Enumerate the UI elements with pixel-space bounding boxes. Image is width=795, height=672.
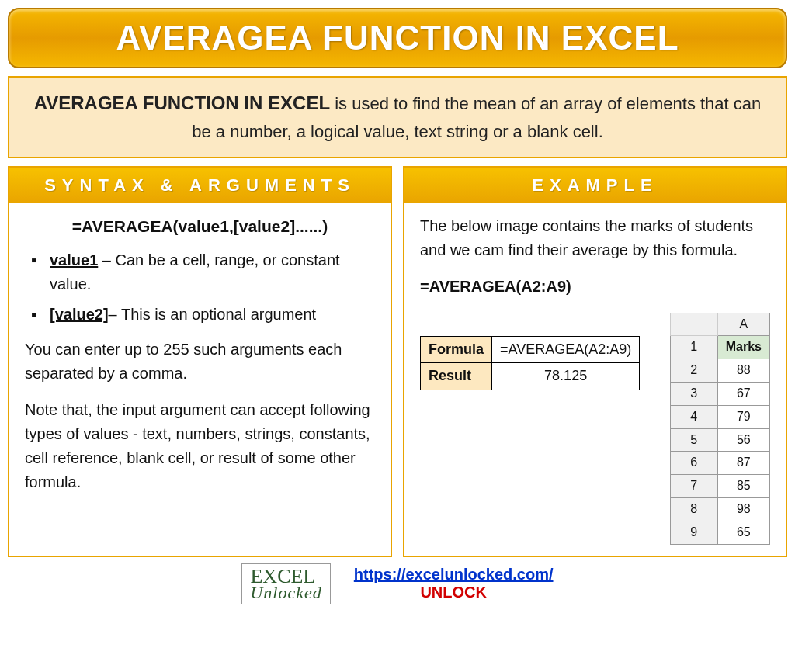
result-value: 78.125 — [492, 363, 640, 390]
syntax-body: =AVERAGEA(value1,[value2]......) value1 … — [9, 203, 391, 556]
example-intro: The below image contains the marks of st… — [420, 214, 770, 262]
footer: EXCEL Unlocked https://excelunlocked.com… — [8, 563, 787, 604]
sheet-col-header: A — [717, 313, 769, 336]
description-box: AVERAGEA FUNCTION IN EXCEL is used to fi… — [8, 76, 787, 158]
sheet-cell: 98 — [717, 497, 769, 521]
logo: EXCEL Unlocked — [241, 563, 330, 604]
arg-name: value1 — [50, 251, 98, 268]
result-label: Result — [421, 363, 492, 390]
sheet-row-num: 5 — [670, 428, 717, 452]
sheet-cell: 87 — [717, 452, 769, 475]
footer-unlock: UNLOCK — [354, 584, 554, 601]
argument-list: value1 – Can be a cell, range, or consta… — [25, 248, 375, 327]
sheet-cell: 65 — [717, 521, 769, 544]
example-header: EXAMPLE — [404, 168, 786, 203]
syntax-note-1: You can enter up to 255 such arguments e… — [25, 338, 375, 386]
page-title: AVERAGEA FUNCTION IN EXCEL — [9, 19, 786, 57]
syntax-formula: =AVERAGEA(value1,[value2]......) — [25, 214, 375, 240]
footer-url[interactable]: https://excelunlocked.com/ — [354, 566, 554, 583]
logo-line2: Unlocked — [250, 585, 321, 601]
sheet-cell: 85 — [717, 475, 769, 498]
sheet-cell: 79 — [717, 405, 769, 428]
sheet-row-num: 2 — [670, 359, 717, 383]
sheet-row-num: 7 — [670, 475, 717, 498]
sheet-cell: 67 — [717, 382, 769, 405]
sheet-cell: Marks — [717, 336, 769, 359]
sheet-row-num: 8 — [670, 497, 717, 521]
mini-spreadsheet: A 1Marks 288 367 479 556 687 785 898 965 — [670, 313, 770, 545]
example-column: EXAMPLE The below image contains the mar… — [403, 166, 787, 557]
arg-name: [value2] — [50, 306, 109, 323]
sheet-cell: 88 — [717, 359, 769, 383]
footer-links: https://excelunlocked.com/ UNLOCK — [354, 566, 554, 601]
sheet-row-num: 1 — [670, 336, 717, 359]
argument-item: value1 – Can be a cell, range, or consta… — [31, 248, 375, 296]
sheet-corner — [670, 313, 717, 336]
arg-desc: – This is an optional argument — [109, 306, 317, 323]
sheet-row-num: 4 — [670, 405, 717, 428]
columns: SYNTAX & ARGUMENTS =AVERAGEA(value1,[val… — [8, 166, 787, 557]
sheet-row-num: 3 — [670, 382, 717, 405]
title-bar: AVERAGEA FUNCTION IN EXCEL — [8, 8, 787, 68]
syntax-note-2: Note that, the input argument can accept… — [25, 398, 375, 494]
description-lead: AVERAGEA FUNCTION IN EXCEL — [34, 92, 330, 113]
example-body: The below image contains the marks of st… — [404, 203, 786, 556]
argument-item: [value2]– This is an optional argument — [31, 303, 375, 327]
sheet-cell: 56 — [717, 428, 769, 452]
formula-label: Formula — [421, 336, 492, 363]
example-visual-row: Formula =AVERAGEA(A2:A9) Result 78.125 A… — [420, 313, 770, 545]
formula-result-table: Formula =AVERAGEA(A2:A9) Result 78.125 — [420, 336, 640, 391]
formula-value: =AVERAGEA(A2:A9) — [492, 336, 640, 363]
example-formula: =AVERAGEA(A2:A9) — [420, 275, 770, 299]
sheet-row-num: 6 — [670, 452, 717, 475]
syntax-column: SYNTAX & ARGUMENTS =AVERAGEA(value1,[val… — [8, 166, 392, 557]
syntax-header: SYNTAX & ARGUMENTS — [9, 168, 391, 203]
sheet-row-num: 9 — [670, 521, 717, 544]
